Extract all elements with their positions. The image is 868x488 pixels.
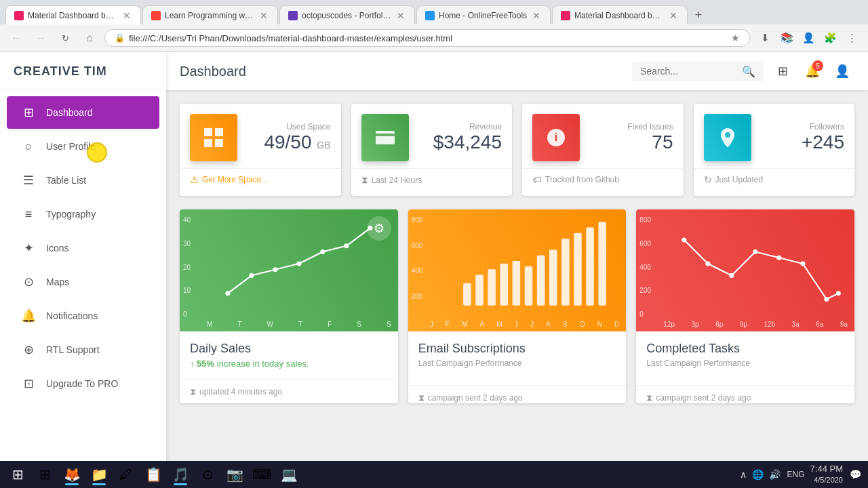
- taskbar-app-editor[interactable]: 🖊: [114, 462, 138, 487]
- footer-icon-0: ⚠: [190, 174, 199, 185]
- footer-clock-icon: ⧗: [190, 386, 196, 397]
- stat-card-1: Revenue $34,245 ⧗ Last 24 Hours: [351, 104, 513, 196]
- y-labels-tasks: 8006004002000: [639, 216, 651, 318]
- browser-tab-4[interactable]: Home - OnlineFreeTools ✕: [416, 5, 551, 24]
- tab-close-button[interactable]: ✕: [531, 10, 542, 21]
- sidebar-item-typography[interactable]: ≡ Typography: [7, 198, 159, 230]
- sidebar-item-icons[interactable]: ✦ Icons: [7, 232, 159, 264]
- sidebar-item-rtl-support[interactable]: ⊕ RTL Support: [7, 333, 159, 366]
- taskbar-app-firefox[interactable]: 🦊: [60, 462, 84, 487]
- forward-button[interactable]: →: [31, 28, 50, 47]
- reload-button[interactable]: ↻: [56, 28, 75, 47]
- nav-label-upgrade: Upgrade To PRO: [46, 378, 118, 389]
- tray-notification-btn[interactable]: 💬: [848, 468, 863, 481]
- nav-icon-typography: ≡: [20, 206, 37, 222]
- downloads-button[interactable]: ⬇: [755, 28, 774, 47]
- sidebar-item-maps[interactable]: ⊙ Maps: [7, 266, 159, 298]
- search-bar[interactable]: 🔍: [632, 62, 764, 81]
- tab-favicon: [14, 11, 24, 20]
- nav-icon-user-profile: ○: [20, 138, 37, 155]
- chart-body-email: Email Subscriptions Last Campaign Perfor…: [408, 331, 627, 385]
- tab-close-button[interactable]: ✕: [668, 10, 679, 21]
- tab-close-button[interactable]: ✕: [258, 10, 269, 21]
- sidebar-item-dashboard[interactable]: ⊞ Dashboard: [7, 96, 159, 129]
- taskbar-app-media[interactable]: 🎵: [168, 462, 193, 487]
- nav-icon-dashboard: ⊞: [20, 104, 37, 121]
- sidebar-brand: CREATIVE TIM: [0, 52, 166, 89]
- stat-label: Followers: [762, 122, 845, 131]
- x-labels-daily: MTWTFSS: [207, 321, 391, 328]
- stat-icon-box-3: [704, 114, 751, 161]
- profile-button[interactable]: 👤: [799, 28, 818, 47]
- windows-taskbar: ⊞⊞🦊📁🖊📋🎵⊙📷⌨💻 ∧ 🌐 🔊 ENG 7:44 PM 4/5/2020 💬: [0, 461, 868, 488]
- grid-view-button[interactable]: ⊞: [770, 59, 795, 83]
- tab-close-button[interactable]: ✕: [395, 10, 406, 21]
- svg-rect-5: [376, 134, 395, 136]
- home-button[interactable]: ⌂: [80, 28, 99, 47]
- taskbar-start-button[interactable]: ⊞: [5, 462, 30, 487]
- svg-rect-16: [463, 283, 471, 306]
- svg-rect-4: [376, 131, 395, 144]
- bookmarks-button[interactable]: 📚: [777, 28, 796, 47]
- taskbar-time[interactable]: 7:44 PM 4/5/2020: [810, 463, 843, 486]
- sidebar-item-notifications[interactable]: 🔔 Notifications: [7, 300, 159, 332]
- chart-card-daily-sales: ⚙ 403020100 MTWTFSS Daily Sales ↑ 55% in…: [180, 209, 398, 403]
- new-tab-button[interactable]: +: [689, 5, 708, 24]
- taskbar-app-camera[interactable]: 📷: [222, 462, 247, 487]
- chart-card-email-subscriptions: 800600400200 JFMAMJJASOND Email Subscrip…: [408, 209, 627, 403]
- svg-rect-26: [586, 227, 594, 305]
- x-labels-tasks: 12p3p6p9p12b3a6a9a: [663, 321, 848, 328]
- chart-title-daily-sales: Daily Sales: [190, 342, 388, 356]
- stat-label: Revenue: [419, 122, 502, 131]
- y-labels: 403020100: [183, 216, 191, 318]
- chart-stat-daily-sales: ↑ 55% increase in today sales.: [190, 359, 388, 369]
- back-button[interactable]: ←: [7, 28, 26, 47]
- taskbar-app-start[interactable]: ⊞: [33, 462, 57, 487]
- stat-footer-1: ⧗ Last 24 Hours: [351, 168, 513, 186]
- tab-favicon: [288, 11, 298, 20]
- svg-point-34: [825, 297, 829, 302]
- chart-title-email: Email Subscriptions: [418, 342, 616, 356]
- taskbar-app-clipboard[interactable]: 📋: [141, 462, 165, 487]
- sidebar-item-upgrade[interactable]: ⊡ Upgrade To PRO: [7, 367, 159, 400]
- sidebar-item-table-list[interactable]: ☰ Table List: [7, 164, 159, 197]
- browser-tab-1[interactable]: Material Dashboard by Creati... ✕: [5, 5, 141, 24]
- search-input[interactable]: [640, 66, 742, 77]
- chart-body-daily-sales: Daily Sales ↑ 55% increase in today sale…: [180, 331, 398, 379]
- chart-header-email: 800600400200 JFMAMJJASOND: [408, 209, 627, 331]
- address-bar[interactable]: 🔒 file:///C:/Users/Tri Phan/Downloads/ma…: [104, 29, 750, 47]
- browser-tab-3[interactable]: octopuscodes - Portfolio | Co... ✕: [279, 5, 415, 24]
- menu-button[interactable]: ⋮: [842, 28, 861, 47]
- nav-icon-rtl-support: ⊕: [20, 342, 37, 358]
- search-icon[interactable]: 🔍: [742, 65, 755, 78]
- tab-close-button[interactable]: ✕: [121, 10, 132, 21]
- profile-icon-button[interactable]: 👤: [830, 59, 854, 83]
- taskbar-app-keyboard[interactable]: ⌨: [250, 462, 274, 487]
- nav-label-typography: Typography: [46, 209, 96, 220]
- page-title: Dashboard: [180, 64, 632, 79]
- svg-point-32: [777, 256, 782, 260]
- sidebar: CREATIVE TIM ⊞ Dashboard ○ User Profile …: [0, 52, 166, 461]
- svg-rect-2: [204, 139, 212, 147]
- taskbar-app-computer[interactable]: 💻: [277, 462, 301, 487]
- gear-overlay[interactable]: ⚙: [367, 216, 391, 241]
- svg-point-14: [344, 243, 349, 248]
- taskbar-app-browser[interactable]: ⊙: [195, 462, 220, 487]
- taskbar-app-explorer[interactable]: 📁: [87, 462, 111, 487]
- tray-icon-up[interactable]: ∧: [738, 468, 748, 481]
- stat-value: 49/50 GB: [264, 131, 330, 152]
- footer-icon-3: ↻: [704, 174, 712, 185]
- notifications-button[interactable]: 🔔 5: [800, 59, 825, 83]
- stat-label: Fixed Issues: [590, 122, 673, 131]
- extensions-button[interactable]: 🧩: [821, 28, 840, 47]
- browser-tab-2[interactable]: Learn Programming with Rea... ✕: [142, 5, 278, 24]
- topbar: Dashboard 🔍 ⊞ 🔔 5 👤: [166, 52, 868, 90]
- footer-text-2: Tracked from Github: [545, 175, 619, 184]
- footer-text-3: Just Updated: [715, 175, 764, 184]
- tab-label: Home - OnlineFreeTools: [439, 11, 527, 20]
- sidebar-item-user-profile[interactable]: ○ User Profile: [7, 130, 159, 163]
- y-labels-email: 800600400200: [412, 216, 423, 318]
- tray-icon-network[interactable]: 🌐: [751, 468, 765, 481]
- browser-tab-5[interactable]: Material Dashboard by Creati... ✕: [552, 5, 688, 24]
- tray-icon-sound[interactable]: 🔊: [768, 468, 782, 481]
